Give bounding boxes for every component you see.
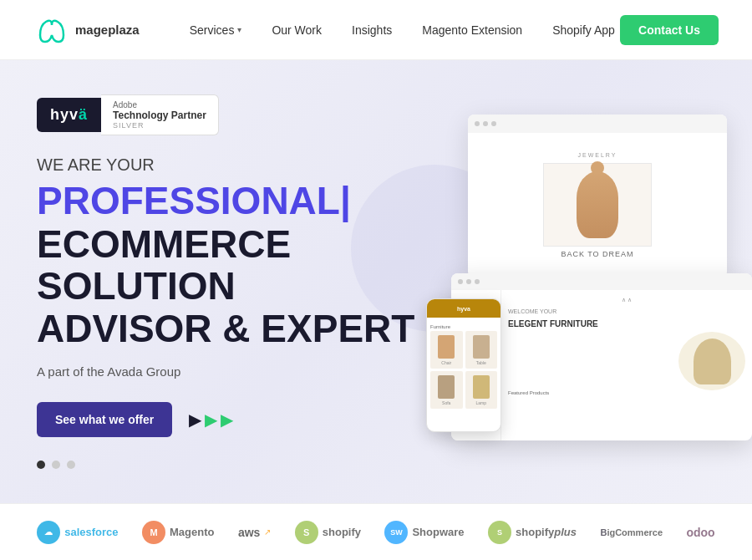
adobe-badge: Adobe Technology Partner SILVER: [101, 94, 219, 135]
mockup-furniture-bar: [451, 273, 752, 290]
mockup-mobile: hyva Furniture Chair Table Sofa: [426, 298, 501, 432]
partners-bar: ☁ salesforce M Magento aws ↗ S shopify S…: [0, 503, 752, 560]
furniture-title: ELEGENT FURNITURE: [508, 319, 745, 328]
magento-icon: M: [142, 521, 165, 544]
hero-actions: See what we offer ▶ ▶ ▶: [37, 402, 429, 437]
hyva-badge: hyvä: [37, 98, 101, 132]
jewelry-hero-image: [543, 163, 652, 247]
mock-dot-2: [483, 121, 488, 126]
partner-bigcommerce: BigCommerce: [600, 527, 663, 537]
hero-title-colored: PROFESSIONAL|: [37, 181, 429, 220]
chair-body: [694, 339, 731, 384]
mobile-top-bar: hyva: [427, 299, 500, 318]
mobile-item-label-4: Lamp: [475, 400, 486, 405]
dot-1[interactable]: [37, 461, 45, 469]
carousel-dots: [37, 461, 429, 469]
contact-button[interactable]: Contact Us: [620, 15, 719, 45]
shopify-plus-icon: S: [488, 521, 511, 544]
salesforce-label: salesforce: [64, 526, 118, 538]
furniture-sub: WELCOME YOUR: [508, 308, 745, 314]
shopware-icon: SW: [384, 521, 408, 544]
arrow-icon-3: ▶: [221, 410, 233, 430]
hero-part-text: A part of the Avada Group: [37, 364, 429, 379]
mobile-item-3: Sofa: [430, 371, 463, 409]
nav-insights[interactable]: Insights: [352, 23, 392, 37]
adobe-badge-line2: Technology Partner: [113, 109, 206, 121]
shopware-label: Shopware: [412, 526, 464, 538]
logo-text: mageplaza: [75, 23, 140, 37]
mockup-toolbar-top: [468, 115, 727, 133]
hero-content: hyvä Adobe Technology Partner SILVER WE …: [37, 94, 429, 470]
mock-dot-9: [475, 279, 480, 284]
chevron-down-icon: ▾: [237, 25, 241, 34]
shopify-label: shopify: [323, 526, 361, 538]
mobile-logo: hyva: [457, 306, 470, 312]
partner-magento: M Magento: [142, 521, 214, 544]
mobile-item-1: Chair: [430, 331, 463, 369]
dream-text: BACK TO DREAM: [561, 250, 633, 258]
nav-ourwork[interactable]: Our Work: [272, 23, 322, 37]
shopify-plus-label: shopifyplus: [516, 526, 577, 538]
furniture-main: ∧ ∧ WELCOME YOUR ELEGENT FURNITURE Featu…: [501, 290, 752, 440]
nav-shopify[interactable]: Shopify App: [552, 23, 615, 37]
nav-services[interactable]: Services ▾: [190, 23, 242, 37]
partner-shopify-plus: S shopifyplus: [488, 521, 577, 544]
featured-label: Featured Products: [508, 390, 745, 395]
mock-dot-3: [491, 121, 496, 126]
nav-magento[interactable]: Magento Extension: [422, 23, 522, 37]
badge-row: hyvä Adobe Technology Partner SILVER: [37, 94, 429, 135]
nav-links: Services ▾ Our Work Insights Magento Ext…: [190, 23, 620, 37]
mobile-item-label-3: Sofa: [442, 400, 450, 405]
furniture-main-logo: ∧ ∧: [508, 297, 745, 303]
hero-subtitle: WE ARE YOUR: [37, 155, 429, 175]
mobile-item-label-1: Chair: [441, 360, 451, 365]
mannequin-figure: [577, 171, 618, 238]
aws-arrow-icon: ↗: [264, 527, 271, 537]
bigcommerce-label: BigCommerce: [600, 527, 663, 537]
jewelry-label: JEWELRY: [578, 152, 617, 158]
hero-section: hyvä Adobe Technology Partner SILVER WE …: [0, 60, 752, 503]
adobe-badge-line1: Adobe: [113, 100, 206, 109]
mobile-item-img-4: [473, 375, 490, 399]
odoo-label: odoo: [686, 526, 714, 539]
salesforce-icon: ☁: [37, 521, 60, 544]
aws-label: aws: [238, 526, 260, 539]
mobile-content: Furniture Chair Table Sofa: [427, 318, 500, 412]
logo[interactable]: mageplaza: [33, 12, 140, 48]
dot-3[interactable]: [67, 461, 75, 469]
mobile-item-img-3: [438, 375, 455, 399]
mock-dot-7: [458, 279, 463, 284]
arrow-icon-2: ▶: [205, 410, 217, 430]
arrow-icon-1: ▶: [189, 410, 201, 430]
chair-illustration: [678, 332, 745, 390]
mockup-jewelry-content: JEWELRY BACK TO DREAM: [468, 133, 727, 277]
magento-label: Magento: [170, 526, 214, 538]
mobile-grid: Chair Table Sofa Lamp: [430, 331, 497, 409]
partner-shopware: SW Shopware: [384, 521, 464, 544]
partner-shopify: S shopify: [295, 521, 361, 544]
mockup-jewelry: JEWELRY BACK TO DREAM: [468, 115, 727, 277]
shopify-icon: S: [295, 521, 318, 544]
hero-title-dark: ECOMMERCE SOLUTION ADVISOR & EXPERT: [37, 223, 429, 350]
mobile-featured: Furniture: [430, 324, 497, 329]
mobile-item-img-2: [473, 335, 490, 359]
adobe-badge-line3: SILVER: [113, 121, 206, 130]
partner-aws: aws ↗: [238, 526, 271, 539]
partner-odoo: odoo: [686, 526, 714, 539]
dot-2[interactable]: [52, 461, 60, 469]
mobile-item-label-2: Table: [476, 360, 486, 365]
hero-mockups: JEWELRY BACK TO DREAM hyva: [401, 115, 752, 449]
mobile-item-img-1: [438, 335, 455, 359]
see-offer-button[interactable]: See what we offer: [37, 402, 172, 437]
navbar: mageplaza Services ▾ Our Work Insights M…: [0, 0, 752, 60]
mobile-item-2: Table: [465, 331, 498, 369]
mobile-item-4: Lamp: [465, 371, 498, 409]
partner-salesforce: ☁ salesforce: [37, 521, 118, 544]
mock-dot-1: [475, 121, 480, 126]
play-arrows: ▶ ▶ ▶: [189, 410, 233, 430]
mock-dot-8: [466, 279, 471, 284]
